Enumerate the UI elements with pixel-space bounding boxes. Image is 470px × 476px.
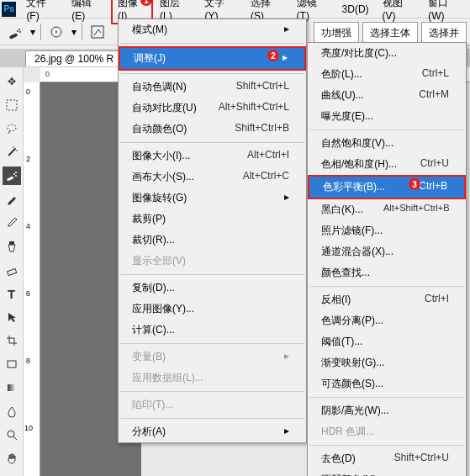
label: 变量(B): [132, 350, 166, 364]
menu-black-white[interactable]: 黑白(K)...Alt+Shift+Ctrl+B: [308, 199, 466, 220]
enhance-button[interactable]: 功增强: [314, 22, 359, 45]
menu-curves[interactable]: 曲线(U)...Ctrl+M: [308, 85, 466, 106]
menu-trim[interactable]: 裁切(R)...: [119, 230, 306, 251]
dropdown-caret-icon[interactable]: ▾: [30, 26, 35, 38]
menu-view[interactable]: 视图(V): [376, 0, 422, 24]
type-tool-icon[interactable]: T: [3, 284, 21, 303]
label: 曲线(U)...: [321, 88, 364, 103]
menu-calculations[interactable]: 计算(C)...: [119, 320, 306, 341]
menu-vibrance[interactable]: 自然饱和度(V)...: [308, 133, 466, 154]
menu-adjustments[interactable]: 调整(J) 2 ▸: [119, 46, 306, 71]
svg-point-11: [16, 150, 18, 151]
menu-posterize[interactable]: 色调分离(P)...: [308, 310, 466, 331]
label: 应用数据组(L)...: [132, 371, 203, 385]
label: 调整(J): [134, 51, 166, 66]
menu-window[interactable]: 窗口(W): [421, 0, 470, 24]
menu-auto-contrast[interactable]: 自动对比度(U)Alt+Shift+Ctrl+L: [119, 98, 306, 119]
label: 计算(C)...: [132, 323, 175, 337]
brush-size-icon[interactable]: [46, 22, 66, 42]
menu-desaturate[interactable]: 去色(D)Shift+Ctrl+U: [308, 448, 466, 469]
svg-point-8: [8, 124, 16, 131]
lasso-tool-icon[interactable]: [3, 119, 21, 138]
dropdown-caret-icon[interactable]: ▾: [71, 26, 77, 38]
badge-3: 3: [409, 178, 420, 190]
document-tab[interactable]: 26.jpg @ 100% R: [25, 50, 123, 66]
menu-crop[interactable]: 裁剪(P): [119, 209, 306, 230]
menu-brightness-contrast[interactable]: 亮度/对比度(C)...: [308, 43, 466, 64]
svg-point-20: [8, 431, 14, 437]
menu-gradient-map[interactable]: 渐变映射(G)...: [308, 352, 466, 373]
label: HDR 色调...: [321, 425, 374, 439]
magic-wand-tool-icon[interactable]: [3, 143, 21, 161]
menu-exposure[interactable]: 曝光度(E)...: [308, 106, 466, 127]
ruler-mark: 6: [26, 289, 30, 298]
menu-image-size[interactable]: 图像大小(I)...Alt+Ctrl+I: [119, 145, 306, 167]
label: 自动色调(N): [132, 80, 187, 94]
label: 显示全部(V): [132, 254, 186, 268]
menu-auto-tone[interactable]: 自动色调(N)Shift+Ctrl+L: [119, 77, 306, 98]
shortcut: Ctrl+U: [420, 157, 449, 172]
menu-photo-filter[interactable]: 照片滤镜(F)...: [308, 220, 466, 241]
menu-image-rotation[interactable]: 图像旋转(G)▸: [119, 188, 306, 209]
menu-levels[interactable]: 色阶(L)...Ctrl+L: [308, 64, 466, 85]
label: 色相/饱和度(H)...: [321, 157, 397, 172]
separator: [120, 343, 304, 344]
menu-selective-color[interactable]: 可选颜色(S)...: [308, 373, 466, 394]
label: 裁切(R)...: [132, 233, 175, 247]
svg-point-1: [17, 30, 18, 32]
menu-hue-saturation[interactable]: 色相/饱和度(H)...Ctrl+U: [308, 154, 466, 175]
menu-shadows-highlights[interactable]: 阴影/高光(W)...: [308, 400, 466, 421]
label: 自动对比度(U): [132, 101, 197, 115]
clone-stamp-tool-icon[interactable]: [3, 237, 21, 256]
menu-apply-image[interactable]: 应用图像(Y)...: [119, 299, 306, 320]
menubar: Ps 文件(F) 编辑(E) 图像(I) 1 图层(L) 文字(Y) 选择(S)…: [0, 0, 470, 19]
shortcut: Ctrl+B: [419, 180, 447, 194]
ruler-mark: 2: [26, 155, 30, 163]
marquee-tool-icon[interactable]: [3, 96, 21, 114]
shortcut: Alt+Ctrl+C: [243, 170, 289, 184]
menu-channel-mixer[interactable]: 通道混合器(X)...: [308, 241, 466, 262]
label: 图像大小(I)...: [132, 149, 190, 163]
menu-color-lookup[interactable]: 颜色查找...: [308, 262, 466, 283]
divider: [82, 24, 82, 40]
zoom-tool-icon[interactable]: [3, 426, 21, 444]
eraser-tool-icon[interactable]: [3, 261, 21, 279]
menu-mode[interactable]: 模式(M)▸: [119, 19, 306, 40]
brush-tool-icon[interactable]: [3, 190, 21, 209]
separator: [120, 142, 304, 143]
label: 去色(D): [321, 452, 356, 466]
spot-healing-tool-icon[interactable]: [3, 167, 21, 185]
svg-point-9: [14, 148, 16, 150]
menu-color-balance[interactable]: 色彩平衡(B)... 3 Ctrl+B: [308, 175, 466, 199]
menu-apply-data-set: 应用数据组(L)...: [119, 368, 306, 389]
shortcut: Ctrl+L: [422, 67, 449, 82]
blur-tool-icon[interactable]: [3, 402, 21, 420]
rectangle-tool-icon[interactable]: [3, 355, 21, 373]
path-selection-tool-icon[interactable]: [3, 308, 21, 326]
select-subject-button[interactable]: 选择主体: [362, 22, 418, 45]
crop-tool-icon[interactable]: [3, 331, 21, 350]
menu-analysis[interactable]: 分析(A)▸: [119, 421, 306, 442]
label: 画布大小(S)...: [132, 170, 194, 184]
eyedropper-tool-icon[interactable]: [3, 214, 21, 232]
menu-duplicate[interactable]: 复制(D)...: [119, 278, 306, 299]
hand-tool-icon[interactable]: [3, 449, 21, 468]
menu-variables: 变量(B)▸: [119, 346, 306, 368]
menu-canvas-size[interactable]: 画布大小(S)...Alt+Ctrl+C: [119, 167, 306, 188]
healing-brush-preset-icon[interactable]: [5, 22, 25, 42]
menu-auto-color[interactable]: 自动颜色(O)Shift+Ctrl+B: [119, 119, 306, 140]
shortcut: Alt+Shift+Ctrl+B: [383, 203, 450, 217]
label: 图像旋转(G): [132, 191, 187, 205]
label: 色彩平衡(B)...: [323, 180, 385, 194]
brush-panel-icon[interactable]: [87, 22, 108, 42]
image-menu-dropdown: 模式(M)▸ 调整(J) 2 ▸ 自动色调(N)Shift+Ctrl+L 自动对…: [118, 19, 307, 443]
divider: [40, 24, 41, 40]
menu-threshold[interactable]: 阈值(T)...: [308, 331, 466, 352]
options-right-buttons: 功增强 选择主体 选择并: [314, 22, 467, 45]
move-tool-icon[interactable]: ✥: [3, 72, 21, 91]
select-and-mask-button[interactable]: 选择并: [421, 22, 467, 45]
menu-invert[interactable]: 反相(I)Ctrl+I: [308, 289, 466, 310]
menu-3d[interactable]: 3D(D): [335, 1, 376, 18]
menu-match-color[interactable]: 匹配颜色(M)...: [308, 469, 466, 476]
gradient-tool-icon[interactable]: [3, 378, 21, 397]
